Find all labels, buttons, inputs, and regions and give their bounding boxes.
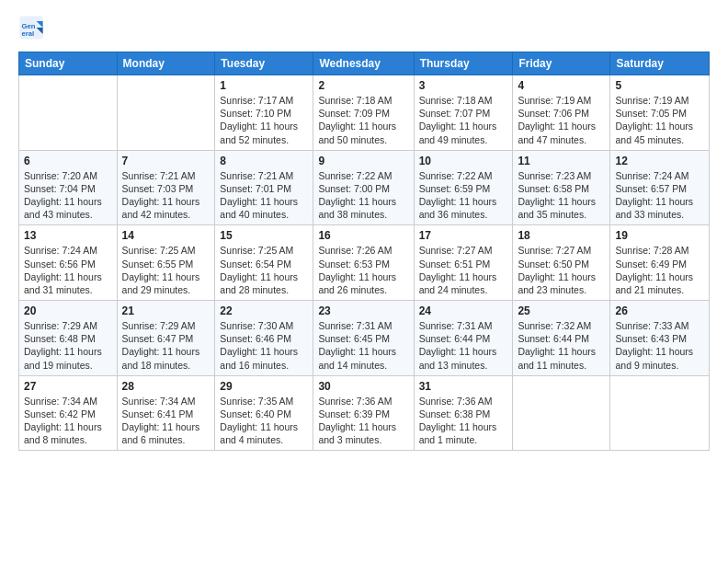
calendar-cell: 30Sunrise: 7:36 AM Sunset: 6:39 PM Dayli… (313, 375, 414, 451)
day-number: 8 (220, 155, 308, 167)
calendar-cell: 10Sunrise: 7:22 AM Sunset: 6:59 PM Dayli… (414, 150, 513, 225)
day-number: 2 (318, 79, 408, 92)
day-info: Sunrise: 7:29 AM Sunset: 6:48 PM Dayligh… (24, 319, 112, 372)
calendar-cell (513, 375, 610, 451)
day-info: Sunrise: 7:27 AM Sunset: 6:50 PM Dayligh… (518, 244, 605, 296)
week-row-0: 1Sunrise: 7:17 AM Sunset: 7:10 PM Daylig… (19, 75, 710, 151)
calendar-cell: 12Sunrise: 7:24 AM Sunset: 6:57 PM Dayli… (610, 150, 710, 225)
calendar-cell: 20Sunrise: 7:29 AM Sunset: 6:48 PM Dayli… (19, 301, 118, 376)
day-info: Sunrise: 7:19 AM Sunset: 7:05 PM Dayligh… (615, 94, 704, 146)
day-info: Sunrise: 7:27 AM Sunset: 6:51 PM Dayligh… (419, 244, 508, 296)
day-info: Sunrise: 7:21 AM Sunset: 7:01 PM Dayligh… (220, 169, 308, 222)
calendar-cell: 19Sunrise: 7:28 AM Sunset: 6:49 PM Dayli… (610, 225, 710, 301)
day-number: 4 (518, 79, 605, 92)
day-info: Sunrise: 7:36 AM Sunset: 6:38 PM Dayligh… (419, 395, 508, 447)
day-info: Sunrise: 7:22 AM Sunset: 6:59 PM Dayligh… (419, 169, 508, 222)
calendar-cell: 17Sunrise: 7:27 AM Sunset: 6:51 PM Dayli… (414, 225, 513, 301)
day-info: Sunrise: 7:35 AM Sunset: 6:40 PM Dayligh… (220, 395, 308, 447)
week-row-1: 6Sunrise: 7:20 AM Sunset: 7:04 PM Daylig… (19, 150, 710, 225)
calendar-cell (19, 75, 118, 151)
day-number: 12 (615, 155, 704, 167)
day-info: Sunrise: 7:19 AM Sunset: 7:06 PM Dayligh… (518, 94, 605, 146)
day-info: Sunrise: 7:20 AM Sunset: 7:04 PM Dayligh… (24, 169, 112, 222)
day-number: 20 (24, 304, 112, 317)
day-info: Sunrise: 7:26 AM Sunset: 6:53 PM Dayligh… (318, 244, 408, 296)
day-info: Sunrise: 7:25 AM Sunset: 6:54 PM Dayligh… (220, 244, 308, 296)
day-number: 30 (318, 380, 408, 393)
calendar-cell: 26Sunrise: 7:33 AM Sunset: 6:43 PM Dayli… (610, 301, 710, 376)
calendar-cell: 14Sunrise: 7:25 AM Sunset: 6:55 PM Dayli… (117, 225, 215, 301)
day-number: 9 (318, 155, 408, 167)
calendar-cell: 13Sunrise: 7:24 AM Sunset: 6:56 PM Dayli… (19, 225, 118, 301)
weekday-header-row: SundayMondayTuesdayWednesdayThursdayFrid… (19, 52, 710, 75)
day-number: 27 (24, 380, 112, 393)
weekday-friday: Friday (513, 52, 610, 75)
weekday-monday: Monday (117, 52, 215, 75)
day-info: Sunrise: 7:33 AM Sunset: 6:43 PM Dayligh… (615, 319, 704, 372)
calendar-cell: 3Sunrise: 7:18 AM Sunset: 7:07 PM Daylig… (414, 75, 513, 151)
day-info: Sunrise: 7:24 AM Sunset: 6:56 PM Dayligh… (24, 244, 112, 296)
day-number: 13 (24, 229, 112, 242)
day-info: Sunrise: 7:30 AM Sunset: 6:46 PM Dayligh… (220, 319, 308, 372)
calendar-cell: 5Sunrise: 7:19 AM Sunset: 7:05 PM Daylig… (610, 75, 710, 151)
weekday-tuesday: Tuesday (215, 52, 313, 75)
day-info: Sunrise: 7:18 AM Sunset: 7:09 PM Dayligh… (318, 94, 408, 146)
calendar-cell: 23Sunrise: 7:31 AM Sunset: 6:45 PM Dayli… (313, 301, 414, 376)
day-number: 1 (220, 79, 308, 92)
calendar-cell: 31Sunrise: 7:36 AM Sunset: 6:38 PM Dayli… (414, 375, 513, 451)
header: Gen eral (18, 15, 710, 40)
day-info: Sunrise: 7:34 AM Sunset: 6:42 PM Dayligh… (24, 395, 112, 447)
day-number: 10 (419, 155, 508, 167)
day-number: 24 (419, 304, 508, 317)
day-number: 22 (220, 304, 308, 317)
calendar-cell (610, 375, 710, 451)
day-info: Sunrise: 7:29 AM Sunset: 6:47 PM Dayligh… (122, 319, 210, 372)
day-number: 16 (318, 229, 408, 242)
day-number: 14 (122, 229, 210, 242)
calendar-cell: 9Sunrise: 7:22 AM Sunset: 7:00 PM Daylig… (313, 150, 414, 225)
day-number: 3 (419, 79, 508, 92)
week-row-2: 13Sunrise: 7:24 AM Sunset: 6:56 PM Dayli… (19, 225, 710, 301)
day-number: 25 (518, 304, 605, 317)
day-number: 29 (220, 380, 308, 393)
calendar-cell: 29Sunrise: 7:35 AM Sunset: 6:40 PM Dayli… (215, 375, 313, 451)
calendar-cell: 15Sunrise: 7:25 AM Sunset: 6:54 PM Dayli… (215, 225, 313, 301)
day-info: Sunrise: 7:18 AM Sunset: 7:07 PM Dayligh… (419, 94, 508, 146)
day-number: 26 (615, 304, 704, 317)
day-info: Sunrise: 7:21 AM Sunset: 7:03 PM Dayligh… (122, 169, 210, 222)
week-row-4: 27Sunrise: 7:34 AM Sunset: 6:42 PM Dayli… (19, 375, 710, 451)
calendar-cell: 4Sunrise: 7:19 AM Sunset: 7:06 PM Daylig… (513, 75, 610, 151)
logo-icon: Gen eral (18, 15, 44, 40)
day-info: Sunrise: 7:17 AM Sunset: 7:10 PM Dayligh… (220, 94, 308, 146)
weekday-thursday: Thursday (414, 52, 513, 75)
day-info: Sunrise: 7:28 AM Sunset: 6:49 PM Dayligh… (615, 244, 704, 296)
calendar-header: SundayMondayTuesdayWednesdayThursdayFrid… (19, 52, 710, 75)
day-info: Sunrise: 7:25 AM Sunset: 6:55 PM Dayligh… (122, 244, 210, 296)
day-info: Sunrise: 7:34 AM Sunset: 6:41 PM Dayligh… (122, 395, 210, 447)
calendar-cell: 8Sunrise: 7:21 AM Sunset: 7:01 PM Daylig… (215, 150, 313, 225)
svg-text:eral: eral (22, 29, 35, 38)
calendar-cell: 6Sunrise: 7:20 AM Sunset: 7:04 PM Daylig… (19, 150, 118, 225)
logo: Gen eral (18, 15, 46, 40)
day-number: 7 (122, 155, 210, 167)
page: Gen eral SundayMondayTuesdayWednesdayThu… (0, 0, 728, 563)
day-number: 23 (318, 304, 408, 317)
weekday-sunday: Sunday (19, 52, 118, 75)
day-info: Sunrise: 7:31 AM Sunset: 6:44 PM Dayligh… (419, 319, 508, 372)
calendar-cell: 21Sunrise: 7:29 AM Sunset: 6:47 PM Dayli… (117, 301, 215, 376)
weekday-wednesday: Wednesday (313, 52, 414, 75)
day-number: 11 (518, 155, 605, 167)
calendar-cell: 28Sunrise: 7:34 AM Sunset: 6:41 PM Dayli… (117, 375, 215, 451)
weekday-saturday: Saturday (610, 52, 710, 75)
day-info: Sunrise: 7:22 AM Sunset: 7:00 PM Dayligh… (318, 169, 408, 222)
calendar-cell: 2Sunrise: 7:18 AM Sunset: 7:09 PM Daylig… (313, 75, 414, 151)
day-info: Sunrise: 7:32 AM Sunset: 6:44 PM Dayligh… (518, 319, 605, 372)
calendar: SundayMondayTuesdayWednesdayThursdayFrid… (18, 52, 710, 451)
calendar-cell: 18Sunrise: 7:27 AM Sunset: 6:50 PM Dayli… (513, 225, 610, 301)
week-row-3: 20Sunrise: 7:29 AM Sunset: 6:48 PM Dayli… (19, 301, 710, 376)
calendar-cell: 22Sunrise: 7:30 AM Sunset: 6:46 PM Dayli… (215, 301, 313, 376)
day-number: 6 (24, 155, 112, 167)
day-number: 17 (419, 229, 508, 242)
day-number: 21 (122, 304, 210, 317)
day-number: 28 (122, 380, 210, 393)
